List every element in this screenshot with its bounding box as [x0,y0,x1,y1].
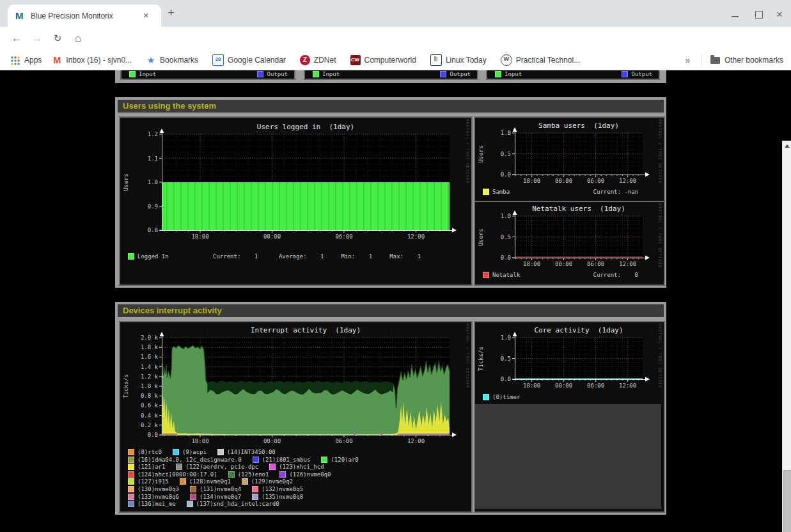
legend-label: Logged In [137,253,169,260]
legend-swatch [483,272,489,278]
legend-label: (131)nvme0q4 [200,486,241,492]
truncated-chart-panel-1[interactable]: InputOutput [120,70,295,80]
chart-title: Interrupt activity (1day) [251,326,361,334]
chart-title: Netatalk users (1day) [532,205,625,213]
scrollbar-thumb[interactable] [783,470,791,532]
legend-stats: Current: 1 Average: 1 Min: 1 Max: 1 [213,253,421,260]
legend-label: (135)nvme0q8 [262,494,303,500]
back-icon[interactable]: ← [9,27,24,50]
legend-label: (125)eno1 [238,471,269,478]
forward-icon[interactable]: → [29,27,45,50]
x-tick-label: 06:00 [582,382,610,389]
legend-swatch [128,457,134,463]
legend-label: Samba [492,189,510,195]
y-tick-label: 0.9 [131,203,158,210]
truncated-chart-panel-2[interactable]: InputOutput [304,70,478,80]
legend-swatch [128,471,134,478]
legend-item: (128)nvme0q1 [180,478,231,485]
bookmark-label: Practical Technol... [516,56,581,65]
y-tick-label: 0.8 k [131,393,158,399]
legend-label: (137)snd_hda_intel:card0 [196,501,279,507]
chart-legend-row: (16)idma64.0, i2c_designware.0(21)i801_s… [128,457,370,463]
tab-close-icon[interactable]: × [143,10,149,20]
bookmark-apps[interactable]: Apps [10,55,42,65]
legend-item: (131)nvme0q4 [190,486,241,492]
legend-swatch [128,501,134,507]
home-icon[interactable]: ⌂ [70,27,86,50]
apps-grid-icon [10,55,20,65]
chart-legend: SambaCurrent: -nan [483,189,659,195]
scrollbar[interactable] [782,141,791,532]
y-tick-label: 0.8 [131,227,158,233]
scroll-up-arrow-icon[interactable] [785,145,790,148]
chart-legend-row: (121)ar1(122)aerdrv, pcie-dpc(123)xhci_h… [128,464,335,470]
x-tick-label: 18:00 [518,178,546,184]
legend-swatch [128,486,134,492]
section-title: Devices interrupt activity [118,304,664,317]
legend-swatch [128,494,134,500]
legend-item: (21)i801_smbus [253,457,311,463]
y-tick-label: 1.2 k [131,373,158,380]
new-tab-button[interactable]: + [168,6,175,20]
y-tick-label: 1.8 k [131,344,158,350]
chart-legend-row: (136)mei_me(137)snd_hda_intel:card0 [128,501,290,507]
bookmark-item[interactable]: CWComputerworld [350,54,416,66]
chart-core[interactable]: Core activity (1day)Ticks/s1.00.50.018:0… [474,321,665,513]
y-tick-label: 1.1 [131,155,158,162]
chart-netatalk[interactable]: Netatalk users (1day)Users1.00.50.018:00… [474,201,665,286]
y-tick-label: 0.0 [131,432,158,438]
legend-swatch [252,486,258,492]
chart-interrupt[interactable]: Interrupt activity (1day)Ticks/s2.0 k1.8… [119,321,473,513]
y-tick-label: 1.0 [484,213,511,219]
legend-current: Current: 0 [593,272,638,278]
reload-icon[interactable]: ↻ [50,27,65,50]
legend-label: (132)nvme0q5 [262,486,303,492]
bookmarks-overflow-chevron[interactable]: » [685,55,690,65]
bookmark-item[interactable]: ltLinux Today [430,54,487,66]
window-maximize-button[interactable] [749,8,769,21]
browser-tab[interactable]: MM Blue Precision Monitorix × [8,4,161,27]
bookmark-label: Inbox (16) - sjvn0... [66,56,132,65]
legend-input: Input [129,70,156,78]
legend-label: (133)nvme0q6 [137,494,179,500]
window-minimize-button[interactable] [725,8,744,21]
legend-item: (136)mei_me [128,501,176,507]
legend-label: (130)nvme0q3 [137,486,179,492]
bookmark-item[interactable]: MInbox (16) - sjvn0... [52,54,132,66]
bookmark-item[interactable]: ZZDNet [300,54,336,66]
rrdtool-watermark: RRDTOOL / TOBI OETIKER [658,203,662,268]
cw-icon: CW [350,55,361,65]
legend-input: Input [313,70,340,78]
y-tick-label: 0.5 [484,356,511,362]
x-tick-label: 12:00 [402,438,430,444]
legend-swatch [128,478,134,485]
y-axis-label: Users [123,173,129,191]
legend-item: (134)nvme0q7 [190,494,241,500]
legend-item: (132)nvme0q5 [252,486,303,492]
window-close-button[interactable]: × [770,8,789,21]
bookmark-item[interactable]: ★Bookmarks [146,54,198,66]
other-bookmarks[interactable]: Other bookmarks [701,54,783,66]
chart-legend: (0)timer [483,394,520,400]
x-tick-label: 06:00 [582,178,610,184]
bookmark-item[interactable]: 28Google Calendar [212,54,286,66]
chart-users[interactable]: Users logged in (1day)Users1.21.11.00.90… [119,116,473,286]
y-axis-label: Ticks/s [123,374,129,398]
x-tick-label: 12:00 [614,261,642,267]
bookmark-item[interactable]: WPractical Technol... [501,54,581,66]
chart-legend-row: (127)i915(128)nvme0q1(129)nvme0q2 [128,478,304,485]
truncated-chart-panel-3[interactable]: InputOutput [486,70,660,80]
legend-label: (129)nvme0q2 [251,478,293,485]
legend-item: (135)nvme0q8 [252,494,303,500]
legend-label: (121)ar1 [137,464,165,470]
x-tick-label: 18:00 [186,438,214,444]
x-tick-label: 00:00 [550,178,578,184]
page-content: InputOutputInputOutputInputOutput Users … [0,70,791,532]
legend-item: (129)nvme0q2 [242,478,293,485]
zdnet-icon: Z [300,55,310,65]
rrdtool-watermark: RRDTOOL / TOBI OETIKER [658,119,662,184]
x-tick-label: 06:00 [330,233,358,240]
chart-samba[interactable]: Samba users (1day)Users1.00.50.018:0000:… [474,116,665,202]
rrdtool-watermark: RRDTOOL / TOBI OETIKER [466,324,470,388]
x-tick-label: 18:00 [518,382,546,389]
